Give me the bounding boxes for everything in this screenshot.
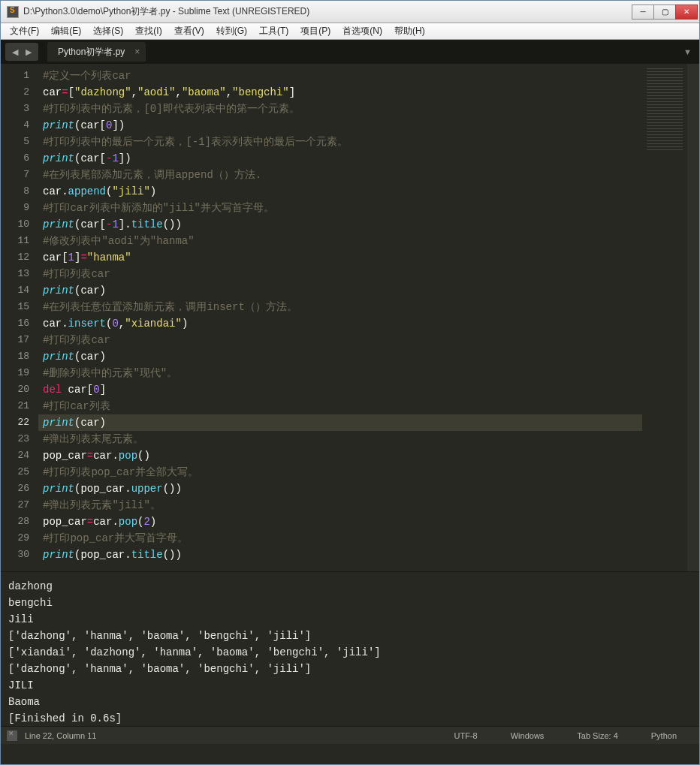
code-line[interactable]: #打印pop_car并大写首字母。 — [43, 530, 642, 547]
menu-project[interactable]: 项目(P) — [294, 23, 336, 39]
menu-view[interactable]: 查看(V) — [168, 23, 210, 39]
menubar: 文件(F) 编辑(E) 选择(S) 查找(I) 查看(V) 转到(G) 工具(T… — [1, 23, 699, 40]
code-line[interactable]: print(pop_car.upper()) — [43, 480, 642, 497]
nav-forward-icon[interactable]: ▶ — [22, 47, 35, 57]
code-line[interactable]: print(car) — [38, 414, 642, 431]
menu-select[interactable]: 选择(S) — [87, 23, 129, 39]
line-number: 25 — [1, 464, 38, 480]
code-line[interactable]: pop_car=car.pop(2) — [43, 514, 642, 530]
code-line[interactable]: print(car) — [43, 282, 642, 299]
line-number: 23 — [1, 431, 38, 447]
menu-find[interactable]: 查找(I) — [129, 23, 167, 39]
tabbar: ◀ ▶ Python初学者.py × ▼ — [1, 40, 699, 64]
code-line[interactable]: del car[0] — [43, 381, 642, 398]
line-number: 17 — [1, 332, 38, 348]
status-cursor-position: Line 22, Column 11 — [25, 731, 96, 740]
line-number: 27 — [1, 497, 38, 514]
close-button[interactable]: ✕ — [675, 5, 698, 20]
code-line[interactable]: print(car[-1].title()) — [43, 216, 642, 233]
code-line[interactable]: car[1]="hanma" — [43, 249, 642, 266]
status-line-endings[interactable]: Windows — [494, 731, 561, 740]
code-line[interactable]: #打印列表中的最后一个元素，[-1]表示列表中的最后一个元素。 — [43, 134, 642, 150]
code-line[interactable]: print(car) — [43, 348, 642, 365]
minimize-button[interactable]: ─ — [632, 5, 654, 20]
code-line[interactable]: #删除列表中的元素"现代"。 — [43, 365, 642, 381]
code-line[interactable]: #在列表尾部添加元素，调用append（）方法. — [43, 167, 642, 183]
tab-active[interactable]: Python初学者.py × — [47, 42, 146, 62]
status-panel-icon[interactable] — [7, 730, 17, 741]
line-number: 21 — [1, 398, 38, 414]
line-number: 15 — [1, 299, 38, 315]
minimap[interactable] — [642, 64, 687, 571]
line-number: 19 — [1, 365, 38, 381]
code-line[interactable]: #打印car列表中新添加的"jili"并大写首字母。 — [43, 200, 642, 216]
code-line[interactable]: car=["dazhong","aodi","baoma","bengchi"] — [43, 84, 642, 101]
window-titlebar: D:\Python3.0\demo\Python初学者.py - Sublime… — [1, 1, 699, 23]
minimap-content — [647, 68, 683, 151]
menu-edit[interactable]: 编辑(E) — [45, 23, 87, 39]
menu-help[interactable]: 帮助(H) — [388, 23, 431, 39]
line-number: 11 — [1, 233, 38, 249]
line-number: 30 — [1, 547, 38, 563]
nav-back-icon[interactable]: ◀ — [8, 47, 22, 57]
app-icon — [7, 6, 19, 18]
menu-goto[interactable]: 转到(G) — [210, 23, 253, 39]
line-number: 6 — [1, 150, 38, 167]
line-number: 3 — [1, 101, 38, 117]
code-line[interactable]: print(car[0]) — [43, 117, 642, 134]
code-line[interactable]: #弹出列表末尾元素。 — [43, 431, 642, 447]
code-line[interactable]: #弹出列表元素"jili"。 — [43, 497, 642, 514]
line-number: 12 — [1, 249, 38, 266]
line-number: 29 — [1, 530, 38, 547]
window-title: D:\Python3.0\demo\Python初学者.py - Sublime… — [23, 5, 632, 18]
line-number: 24 — [1, 447, 38, 464]
build-output-panel[interactable]: dazhong bengchi Jili ['dazhong', 'hanma'… — [1, 571, 699, 726]
line-number: 26 — [1, 480, 38, 497]
code-line[interactable]: #打印列表car — [43, 332, 642, 348]
line-number: 14 — [1, 282, 38, 299]
code-line[interactable]: #修改列表中"aodi"为"hanma" — [43, 233, 642, 249]
code-line[interactable]: #打印列表car — [43, 266, 642, 282]
code-line[interactable]: #打印car列表 — [43, 398, 642, 414]
line-number: 1 — [1, 68, 38, 84]
tab-close-icon[interactable]: × — [134, 47, 140, 57]
nav-arrows[interactable]: ◀ ▶ — [5, 43, 38, 61]
status-encoding[interactable]: UTF-8 — [438, 731, 494, 740]
maximize-button[interactable]: ▢ — [653, 5, 676, 20]
line-number: 9 — [1, 200, 38, 216]
line-number: 18 — [1, 348, 38, 365]
code-line[interactable]: car.insert(0,"xiandai") — [43, 315, 642, 332]
code-line[interactable]: #在列表任意位置添加新元素，调用insert（）方法。 — [43, 299, 642, 315]
line-number: 13 — [1, 266, 38, 282]
line-number: 8 — [1, 183, 38, 200]
code-line[interactable]: #定义一个列表car — [43, 68, 642, 84]
code-line[interactable]: #打印列表pop_car并全部大写。 — [43, 464, 642, 480]
status-syntax[interactable]: Python — [635, 731, 693, 740]
menu-prefs[interactable]: 首选项(N) — [336, 23, 388, 39]
line-number: 4 — [1, 117, 38, 134]
line-number: 20 — [1, 381, 38, 398]
tab-label: Python初学者.py — [58, 46, 125, 59]
line-number: 28 — [1, 514, 38, 530]
line-number: 7 — [1, 167, 38, 183]
code-line[interactable]: print(car[-1]) — [43, 150, 642, 167]
window-controls: ─ ▢ ✕ — [632, 5, 698, 20]
menu-tools[interactable]: 工具(T) — [253, 23, 294, 39]
code-area[interactable]: #定义一个列表carcar=["dazhong","aodi","baoma",… — [38, 64, 642, 571]
menu-file[interactable]: 文件(F) — [4, 23, 45, 39]
editor[interactable]: 1234567891011121314151617181920212223242… — [1, 64, 699, 571]
vertical-scrollbar[interactable] — [687, 64, 699, 571]
code-line[interactable]: #打印列表中的元素，[0]即代表列表中的第一个元素。 — [43, 101, 642, 117]
line-number: 16 — [1, 315, 38, 332]
code-line[interactable]: print(pop_car.title()) — [43, 547, 642, 563]
tabbar-menu-icon[interactable]: ▼ — [683, 47, 692, 56]
statusbar: Line 22, Column 11 UTF-8 Windows Tab Siz… — [1, 726, 699, 744]
code-line[interactable]: pop_car=car.pop() — [43, 447, 642, 464]
line-number: 2 — [1, 84, 38, 101]
line-number: 22 — [1, 414, 38, 431]
line-number: 10 — [1, 216, 38, 233]
gutter: 1234567891011121314151617181920212223242… — [1, 64, 38, 571]
status-tab-size[interactable]: Tab Size: 4 — [560, 731, 634, 740]
line-number: 5 — [1, 134, 38, 150]
code-line[interactable]: car.append("jili") — [43, 183, 642, 200]
